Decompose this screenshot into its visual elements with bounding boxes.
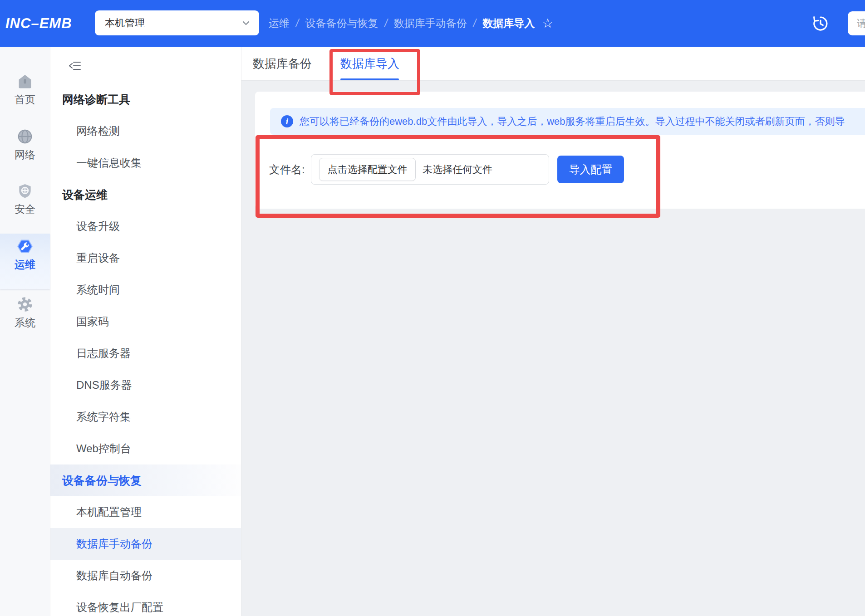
sidebar-item-country-code[interactable]: 国家码 (50, 306, 241, 337)
history-icon[interactable] (811, 15, 830, 33)
nav-rail-label: 安全 (15, 202, 35, 216)
content-card: i 您可以将已经备份的eweb.db文件由此导入，导入之后，web服务将重启后生… (255, 92, 865, 209)
sidebar-item-log-server[interactable]: 日志服务器 (50, 337, 241, 369)
file-name-label: 文件名: (269, 162, 311, 177)
sidebar-item-device-upgrade[interactable]: 设备升级 (50, 210, 241, 242)
sidebar-item-dns-server[interactable]: DNS服务器 (50, 369, 241, 401)
header-search-input[interactable]: 请 (848, 11, 865, 35)
network-globe-icon (16, 128, 34, 145)
brand-logo: INC–EMB (5, 15, 89, 32)
import-config-button[interactable]: 导入配置 (557, 156, 624, 183)
tab-db-backup[interactable]: 数据库备份 (253, 56, 312, 72)
chevron-down-icon (241, 18, 251, 30)
import-form-row: 文件名: 点击选择配置文件 未选择任何文件 导入配置 (269, 154, 624, 185)
nav-rail-label: 网络 (15, 148, 35, 162)
nav-rail-item-system[interactable]: 系统 (0, 296, 50, 330)
breadcrumb-separator: / (384, 17, 387, 29)
header-search-placeholder: 请 (857, 17, 865, 30)
home-icon (16, 73, 34, 90)
tab-db-import[interactable]: 数据库导入 (340, 56, 399, 72)
top-header-bar: INC–EMB 本机管理 运维 / 设备备份与恢复 / 数据库手动备份 / 数据… (0, 0, 865, 47)
main-content: 数据库备份 数据库导入 i 您可以将已经备份的eweb.db文件由此导入，导入之… (241, 47, 865, 616)
sidebar-item-factory-reset[interactable]: 设备恢复出厂配置 (50, 592, 241, 616)
nav-rail-item-network[interactable]: 网络 (0, 128, 50, 162)
nav-rail-item-security[interactable]: 安全 (0, 182, 50, 216)
info-alert-text: 您可以将已经备份的eweb.db文件由此导入，导入之后，web服务将重启后生效。… (300, 115, 845, 128)
sidebar-item-local-config-mgmt[interactable]: 本机配置管理 (50, 496, 241, 528)
nav-rail-label: 运维 (15, 258, 35, 272)
sidebar-item-db-auto-backup[interactable]: 数据库自动备份 (50, 560, 241, 592)
security-shield-icon (16, 182, 34, 200)
breadcrumb-item-backup-restore[interactable]: 设备备份与恢复 (305, 16, 378, 30)
breadcrumb-separator: / (473, 17, 476, 29)
app-window: INC–EMB 本机管理 运维 / 设备备份与恢复 / 数据库手动备份 / 数据… (0, 0, 865, 616)
ops-wrench-icon (16, 238, 34, 255)
info-alert: i 您可以将已经备份的eweb.db文件由此导入，导入之后，web服务将重启后生… (270, 108, 865, 135)
nav-rail-label: 系统 (15, 316, 35, 330)
sidebar-item-reboot-device[interactable]: 重启设备 (50, 242, 241, 274)
sidebar-group-device-ops: 设备运维 (50, 179, 241, 210)
tab-bar: 数据库备份 数据库导入 (241, 47, 865, 81)
favorite-star-icon[interactable]: ☆ (542, 17, 553, 30)
info-icon: i (281, 115, 293, 127)
menu-fold-icon[interactable] (69, 60, 81, 71)
breadcrumb-item-db-manual-backup[interactable]: 数据库手动备份 (394, 16, 467, 30)
sidebar-item-one-key-info-collect[interactable]: 一键信息收集 (50, 147, 241, 179)
nav-rail: 首页 网络 安全 运维 系统 (0, 47, 50, 616)
sidebar-item-web-console[interactable]: Web控制台 (50, 433, 241, 464)
sidebar-group-backup-restore[interactable]: 设备备份与恢复 (50, 464, 241, 496)
sidebar-item-db-manual-backup[interactable]: 数据库手动备份 (50, 528, 241, 560)
sidebar-menu: 网络诊断工具 网络检测 一键信息收集 设备运维 设备升级 重启设备 系统时间 国… (50, 83, 241, 616)
breadcrumb-item-db-import-current: 数据库导入 (482, 16, 535, 30)
breadcrumb-item-ops[interactable]: 运维 (269, 16, 290, 30)
breadcrumb: 运维 / 设备备份与恢复 / 数据库手动备份 / 数据库导入 ☆ (269, 0, 553, 47)
nav-rail-item-ops[interactable]: 运维 (0, 238, 50, 272)
sidebar-item-network-check[interactable]: 网络检测 (50, 115, 241, 147)
sidebar-group-network-diagnostics: 网络诊断工具 (50, 83, 241, 115)
sidebar-item-system-time[interactable]: 系统时间 (50, 274, 241, 306)
sidebar-item-system-charset[interactable]: 系统字符集 (50, 401, 241, 433)
nav-rail-label: 首页 (15, 93, 35, 107)
choose-file-button[interactable]: 点击选择配置文件 (319, 158, 416, 181)
file-selected-status: 未选择任何文件 (423, 155, 492, 184)
breadcrumb-separator: / (296, 17, 299, 29)
system-gear-icon (16, 296, 34, 313)
active-tab-underline (340, 78, 399, 80)
scope-select-dropdown[interactable]: 本机管理 (95, 10, 259, 35)
sidebar-menu-panel: 网络诊断工具 网络检测 一键信息收集 设备运维 设备升级 重启设备 系统时间 国… (50, 47, 241, 616)
scope-select-value: 本机管理 (105, 16, 145, 30)
file-picker-field[interactable]: 点击选择配置文件 未选择任何文件 (311, 154, 549, 185)
nav-rail-item-home[interactable]: 首页 (0, 73, 50, 107)
